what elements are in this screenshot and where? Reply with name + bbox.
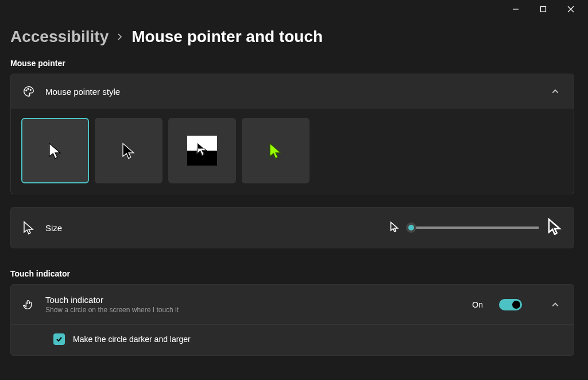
touch-indicator-subtitle: Show a circle on the screen where I touc…: [45, 306, 179, 314]
chevron-up-icon[interactable]: [548, 85, 562, 98]
svg-point-5: [28, 89, 29, 90]
pointer-style-white[interactable]: [21, 118, 89, 183]
page-content: Accessibility Mouse pointer and touch Mo…: [10, 28, 588, 380]
page-title: Mouse pointer and touch: [131, 28, 323, 46]
breadcrumb-parent[interactable]: Accessibility: [10, 28, 109, 46]
mouse-pointer-style-title: Mouse pointer style: [45, 87, 120, 97]
section-label-mouse-pointer: Mouse pointer: [10, 59, 574, 68]
large-cursor-icon: [547, 218, 562, 237]
touch-circle-option-row[interactable]: Make the circle darker and larger: [11, 325, 574, 355]
svg-rect-1: [541, 7, 546, 12]
cursor-icon: [22, 221, 35, 234]
pointer-size-label: Size: [45, 223, 62, 233]
pointer-style-custom[interactable]: [242, 118, 310, 183]
touch-icon: [22, 298, 35, 311]
svg-point-4: [26, 90, 27, 91]
small-cursor-icon: [390, 221, 399, 235]
section-label-touch: Touch indicator: [10, 269, 574, 278]
pointer-size-slider[interactable]: [407, 222, 539, 233]
chevron-up-icon[interactable]: [548, 298, 562, 312]
touch-indicator-card: Touch indicator Show a circle on the scr…: [10, 284, 574, 356]
window-titlebar: [510, 0, 588, 18]
maximize-button[interactable]: [537, 3, 549, 15]
pointer-style-inverted[interactable]: [168, 118, 236, 183]
mouse-pointer-style-card: Mouse pointer style: [10, 74, 574, 194]
pointer-style-grid: [11, 109, 574, 194]
minimize-button[interactable]: [510, 3, 521, 15]
pointer-size-control: [390, 218, 562, 237]
touch-indicator-toggle[interactable]: [499, 299, 522, 310]
palette-icon: [22, 85, 35, 98]
pointer-size-card: Size: [10, 207, 574, 248]
touch-indicator-row[interactable]: Touch indicator Show a circle on the scr…: [11, 285, 574, 324]
chevron-right-icon: [117, 31, 123, 43]
touch-indicator-state-label: On: [472, 300, 483, 309]
touch-indicator-title: Touch indicator: [45, 295, 179, 305]
breadcrumb: Accessibility Mouse pointer and touch: [10, 28, 574, 46]
svg-point-6: [30, 89, 31, 90]
mouse-pointer-style-header[interactable]: Mouse pointer style: [11, 74, 574, 109]
pointer-style-black[interactable]: [95, 118, 163, 183]
touch-circle-option-label: Make the circle darker and larger: [73, 335, 191, 344]
close-button[interactable]: [565, 3, 577, 15]
touch-circle-checkbox[interactable]: [53, 333, 65, 345]
pointer-size-row: Size: [11, 208, 574, 248]
